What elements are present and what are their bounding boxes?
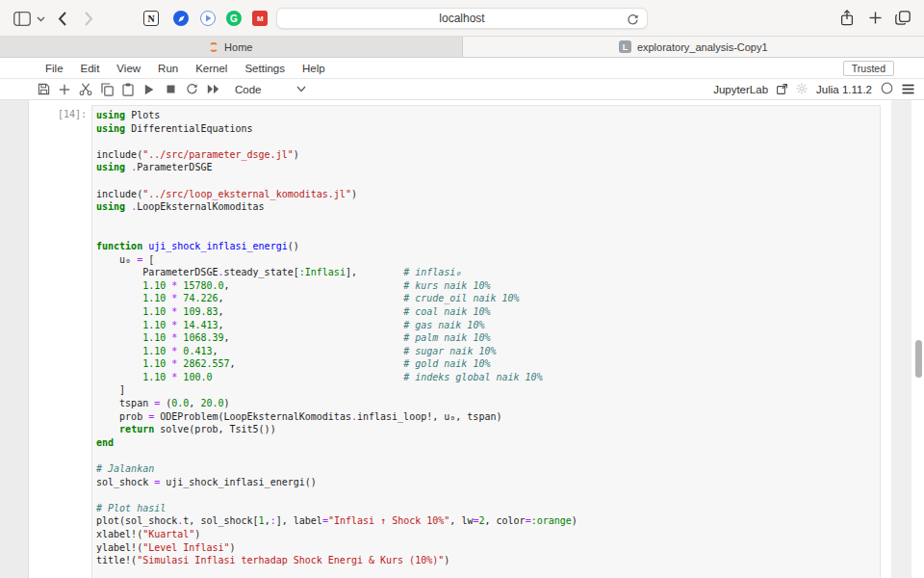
new-tab-icon[interactable] [869,12,882,24]
notebook-left-gutter [0,100,29,578]
compass-extension-icon[interactable] [173,11,189,26]
address-text: localhost [439,12,484,25]
external-link-icon[interactable] [777,81,787,98]
address-bar[interactable]: localhost [276,8,648,29]
browser-toolbar: N G M localhost [0,0,924,37]
restart-run-all-button[interactable] [202,81,223,98]
scrollbar-thumb[interactable] [915,340,922,378]
tab-home-label: Home [224,41,252,53]
red-letter: M [257,14,263,23]
notebook-scrollbar-track[interactable] [891,100,911,578]
kernel-status-icon [881,81,893,98]
notebook-content: [14]: using Plotsusing DifferentialEquat… [0,100,924,578]
back-icon[interactable] [58,12,66,26]
cell-execution-prompt: [14]: [48,109,87,119]
safari-window: N G M localhost Home L [0,0,924,578]
run-cell-button[interactable] [139,81,160,98]
notion-extension-icon[interactable]: N [143,11,159,26]
grammarly-letter: G [230,13,238,24]
chevron-down-icon [296,86,306,92]
tab-exploratory-analysis[interactable]: L exploratory_analysis-Copy1 [463,37,924,57]
tab-home[interactable]: Home [0,37,463,57]
menu-run[interactable]: Run [149,63,187,74]
tab-overview-icon[interactable] [895,11,911,25]
trusted-badge[interactable]: Trusted [843,61,894,76]
menu-help[interactable]: Help [294,63,334,74]
notebook-toolbar: Code JupyterLab Julia 1.11.2 [0,79,924,100]
menu-edit[interactable]: Edit [72,63,109,74]
cell-type-dropdown[interactable]: Code [235,84,306,95]
copy-cell-button[interactable] [96,81,117,98]
restart-kernel-button[interactable] [181,81,202,98]
notion-letter: N [147,13,154,24]
kernel-name[interactable]: Julia 1.11.2 [816,84,872,95]
menu-settings[interactable]: Settings [236,63,294,74]
refresh-icon[interactable] [627,13,639,30]
code-lines: using Plotsusing DifferentialEquations i… [96,109,874,567]
save-button[interactable] [33,81,54,98]
code-cell-editor[interactable]: using Plotsusing DifferentialEquations i… [91,105,881,578]
interrupt-kernel-button[interactable] [160,81,181,98]
grammarly-extension-icon[interactable]: G [226,11,242,26]
jupyter-menubar: File Edit View Run Kernel Settings Help … [0,58,924,79]
sidebar-toggle-icon[interactable] [13,12,31,26]
tab-bar: Home L exploratory_analysis-Copy1 [0,37,924,58]
cell-type-label: Code [235,84,262,95]
menu-file[interactable]: File [37,63,72,74]
sidebar-chevron-icon[interactable] [37,16,45,22]
settings-gear-icon[interactable] [796,81,808,98]
share-icon[interactable] [840,10,854,26]
jupyterlab-link[interactable]: JupyterLab [713,84,768,95]
hamburger-menu-icon[interactable] [902,81,914,98]
tab-exploratory-label: exploratory_analysis-Copy1 [637,41,768,53]
cut-cell-button[interactable] [75,81,96,98]
play-extension-icon[interactable] [200,11,216,26]
menu-kernel[interactable]: Kernel [187,63,236,74]
red-extension-icon[interactable]: M [252,11,268,26]
jupyter-favicon [209,42,218,52]
forward-icon[interactable] [85,12,93,26]
jupyterlab-favicon: L [619,40,631,53]
paste-cell-button[interactable] [117,81,139,98]
add-cell-button[interactable] [54,81,75,98]
menu-view[interactable]: View [108,63,149,74]
